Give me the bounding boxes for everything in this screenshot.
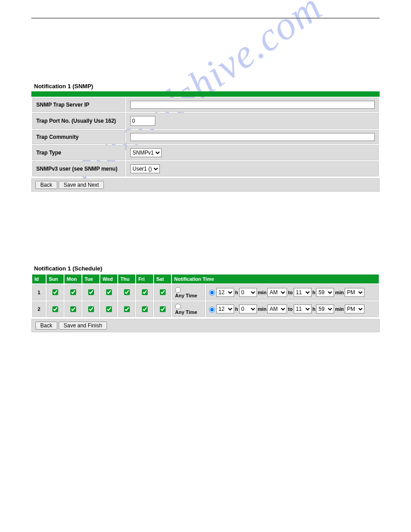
th-mon: Mon <box>64 275 81 283</box>
schedule-table: Id Sun Mon Tue Wed Thu Fri Sat Notificat… <box>31 274 380 318</box>
day-checkbox[interactable] <box>160 289 166 295</box>
from-min-select[interactable]: 0 <box>239 305 257 313</box>
day-cell <box>47 301 64 317</box>
to-label: to <box>288 290 292 295</box>
min-label: min <box>335 306 344 312</box>
from-ampm-select[interactable]: AM <box>267 288 287 297</box>
day-cell <box>64 301 81 317</box>
h-label: h <box>313 306 316 312</box>
day-checkbox[interactable] <box>88 306 94 312</box>
day-cell <box>100 301 117 317</box>
day-cell <box>64 284 81 300</box>
to-ampm-select[interactable]: PM <box>345 288 364 297</box>
trap-type-select[interactable]: SNMPv1 <box>130 148 162 157</box>
trap-type-label: Trap Type <box>32 145 125 160</box>
to-hour-select[interactable]: 11 <box>294 288 312 297</box>
day-cell <box>82 284 99 300</box>
day-checkbox[interactable] <box>142 289 148 295</box>
snmp-form-table: SNMP Trap Server IP Trap Port No. (Usual… <box>31 97 380 177</box>
schedule-panel: Notification 1 (Schedule) Id Sun Mon Tue… <box>31 263 380 332</box>
day-cell <box>136 301 153 317</box>
h-label: h <box>313 290 316 295</box>
to-ampm-select[interactable]: PM <box>345 305 364 313</box>
schedule-title: Notification 1 (Schedule) <box>31 263 380 274</box>
day-checkbox[interactable] <box>124 289 130 295</box>
time-range-cell: 12h0minAMto11h59minPM <box>206 284 379 300</box>
day-checkbox[interactable] <box>160 306 166 312</box>
trap-community-input[interactable] <box>130 133 375 141</box>
anytime-radio[interactable] <box>175 287 181 293</box>
schedule-row: 1Any Time 12h0minAMto11h59minPM <box>32 284 379 300</box>
snmp-title: Notification 1 (SNMP) <box>31 81 380 91</box>
h-label: h <box>235 290 238 295</box>
day-checkbox[interactable] <box>142 306 148 312</box>
snmpv3-user-select[interactable]: User1 () <box>130 164 160 173</box>
day-cell <box>136 284 153 300</box>
trap-server-ip-input[interactable] <box>130 101 375 109</box>
day-cell <box>100 284 117 300</box>
from-hour-select[interactable]: 12 <box>216 288 234 297</box>
anytime-cell: Any Time <box>172 284 205 300</box>
snmp-button-row: Back Save and Next <box>31 178 380 192</box>
anytime-label: Any Time <box>175 293 197 298</box>
to-min-select[interactable]: 59 <box>316 305 334 313</box>
th-sat: Sat <box>154 275 171 283</box>
snmpv3-user-label: SNMPv3 user (see SNMP menu) <box>32 161 125 176</box>
row-id: 2 <box>32 301 46 317</box>
th-notif-time: Notification Time <box>172 275 379 283</box>
trap-port-input[interactable] <box>130 116 155 126</box>
save-next-button[interactable]: Save and Next <box>59 181 104 189</box>
to-hour-select[interactable]: 11 <box>294 305 312 313</box>
from-min-select[interactable]: 0 <box>239 288 257 297</box>
row-id: 1 <box>32 284 46 300</box>
to-min-select[interactable]: 59 <box>316 288 334 297</box>
back-button[interactable]: Back <box>35 181 57 189</box>
th-sun: Sun <box>47 275 64 283</box>
th-wed: Wed <box>100 275 117 283</box>
trap-community-label: Trap Community <box>32 130 125 144</box>
snmp-green-bar <box>31 91 380 97</box>
timerange-radio[interactable] <box>209 307 215 313</box>
min-label: min <box>258 290 267 295</box>
day-checkbox[interactable] <box>106 289 112 295</box>
day-checkbox[interactable] <box>70 306 76 312</box>
day-cell <box>154 284 171 300</box>
trap-port-label: Trap Port No. (Usually Use 162) <box>32 113 125 129</box>
timerange-radio[interactable] <box>209 290 215 296</box>
back-button[interactable]: Back <box>35 322 57 330</box>
day-cell <box>118 284 135 300</box>
anytime-cell: Any Time <box>172 301 205 317</box>
th-fri: Fri <box>136 275 153 283</box>
to-label: to <box>288 306 292 312</box>
save-finish-button[interactable]: Save and Finish <box>59 322 107 330</box>
snmp-panel: Notification 1 (SNMP) SNMP Trap Server I… <box>31 81 380 192</box>
day-checkbox[interactable] <box>88 289 94 295</box>
day-cell <box>118 301 135 317</box>
from-hour-select[interactable]: 12 <box>216 305 234 313</box>
th-id: Id <box>32 275 46 283</box>
day-checkbox[interactable] <box>124 306 130 312</box>
min-label: min <box>258 306 267 312</box>
day-checkbox[interactable] <box>70 289 76 295</box>
day-checkbox[interactable] <box>52 289 58 295</box>
th-thu: Thu <box>118 275 135 283</box>
day-cell <box>154 301 171 317</box>
th-tue: Tue <box>82 275 99 283</box>
page-top-rule <box>31 18 380 18</box>
h-label: h <box>235 306 238 312</box>
anytime-radio[interactable] <box>175 304 181 309</box>
time-range-cell: 12h0minAMto11h59minPM <box>206 301 379 317</box>
anytime-label: Any Time <box>175 309 197 315</box>
day-cell <box>82 301 99 317</box>
trap-server-ip-label: SNMP Trap Server IP <box>32 98 125 112</box>
day-cell <box>47 284 64 300</box>
day-checkbox[interactable] <box>106 306 112 312</box>
schedule-row: 2Any Time 12h0minAMto11h59minPM <box>32 301 379 317</box>
from-ampm-select[interactable]: AM <box>267 305 287 313</box>
schedule-button-row: Back Save and Finish <box>31 319 380 332</box>
day-checkbox[interactable] <box>52 306 58 312</box>
min-label: min <box>335 290 344 295</box>
